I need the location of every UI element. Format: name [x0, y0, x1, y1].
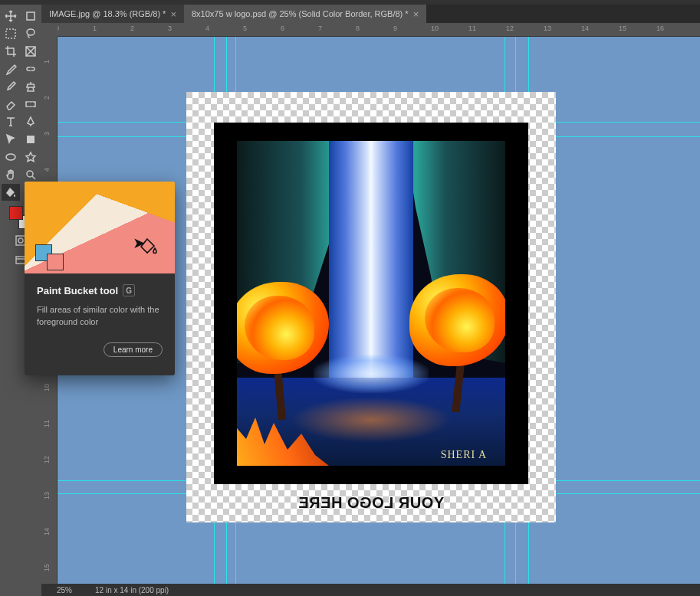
ellipse-tool[interactable]: [2, 149, 20, 165]
status-bar: 25% 12 in x 14 in (200 ppi): [41, 584, 700, 596]
tooltip-title-row: Paint Bucket tool G: [37, 284, 163, 296]
tooltip-shortcut: G: [123, 284, 135, 296]
logo-placeholder-text: YOUR LOGO HERE: [186, 494, 556, 512]
tooltip-description: Fill areas of similar color with the for…: [37, 304, 163, 329]
close-icon[interactable]: ×: [170, 8, 176, 20]
svg-rect-0: [27, 12, 35, 20]
artboard[interactable]: SHERI A YOUR LOGO HERE: [186, 92, 556, 522]
tree-left: [237, 282, 337, 420]
svg-point-10: [18, 238, 23, 243]
tree-foliage: [409, 274, 505, 366]
tab-label: IMAGE.jpg @ 18.3% (RGB/8) *: [49, 9, 166, 18]
document-info[interactable]: 12 in x 14 in (200 ppi): [95, 586, 169, 594]
solid-color-border: SHERI A: [214, 123, 528, 484]
tab-label: 8x10x75 w logo.psd @ 25% (Solid Color Bo…: [192, 9, 409, 18]
clone-stamp-tool[interactable]: [21, 78, 40, 95]
svg-rect-6: [27, 136, 35, 143]
hand-tool[interactable]: [2, 166, 20, 183]
brush-tool[interactable]: [2, 78, 20, 95]
eyedropper-tool[interactable]: [2, 61, 20, 77]
svg-rect-1: [6, 29, 15, 38]
tab-image-jpg[interactable]: IMAGE.jpg @ 18.3% (RGB/8) * ×: [41, 5, 184, 23]
paint-bucket-tool[interactable]: [2, 184, 20, 201]
close-icon[interactable]: ×: [413, 8, 419, 20]
hero-swatch: [47, 254, 64, 270]
custom-shape-tool[interactable]: [21, 149, 40, 165]
document-tabs: IMAGE.jpg @ 18.3% (RGB/8) * × 8x10x75 w …: [41, 5, 700, 23]
artboard-tool[interactable]: [21, 8, 40, 25]
crop-tool[interactable]: [2, 43, 20, 60]
gradient-tool[interactable]: [21, 96, 40, 113]
healing-brush-tool[interactable]: [21, 61, 40, 77]
paint-bucket-icon: [140, 237, 158, 255]
tooltip-body: Paint Bucket tool G Fill areas of simila…: [25, 273, 175, 375]
artist-signature: SHERI A: [441, 449, 487, 461]
ruler-horizontal[interactable]: 012345678910111213141516: [58, 23, 700, 37]
foreground-color[interactable]: [9, 206, 23, 220]
learn-more-button[interactable]: Learn more: [104, 342, 163, 357]
tree-right: [402, 274, 505, 412]
pen-tool[interactable]: [21, 113, 40, 130]
tool-tooltip: ➤ Paint Bucket tool G Fill areas of simi…: [25, 182, 175, 375]
svg-point-7: [6, 154, 15, 160]
frame-tool[interactable]: [21, 43, 40, 60]
svg-rect-5: [26, 102, 35, 106]
zoom-level[interactable]: 25%: [57, 586, 72, 594]
move-tool[interactable]: [2, 8, 20, 25]
image-layer: SHERI A: [237, 141, 505, 466]
tree-foliage: [237, 282, 329, 374]
shape-tool[interactable]: [21, 131, 40, 148]
marquee-tool[interactable]: [2, 25, 20, 42]
lasso-tool[interactable]: [21, 25, 40, 42]
svg-point-8: [27, 171, 33, 177]
tooltip-title: Paint Bucket tool: [37, 285, 118, 296]
tooltip-hero-graphic: ➤: [25, 182, 175, 273]
zoom-tool[interactable]: [21, 166, 40, 183]
type-tool[interactable]: [2, 113, 20, 130]
path-select-tool[interactable]: [2, 131, 20, 148]
eraser-tool[interactable]: [2, 96, 20, 113]
tab-8x10-logo-psd[interactable]: 8x10x75 w logo.psd @ 25% (Solid Color Bo…: [184, 5, 426, 23]
